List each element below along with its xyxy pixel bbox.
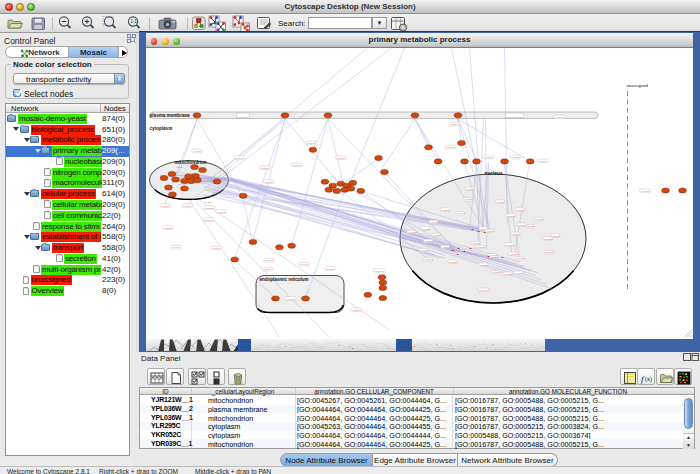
svg-text:Yxx00W: Yxx00W — [485, 230, 495, 233]
svg-text:Yxx00W: Yxx00W — [640, 190, 650, 193]
svg-text:Yxx00W: Yxx00W — [518, 224, 528, 227]
svg-text:Yxx00W: Yxx00W — [545, 251, 555, 254]
svg-text:Yxx00W: Yxx00W — [496, 201, 506, 204]
svg-text:Yxx00W: Yxx00W — [193, 150, 203, 153]
svg-text:Yxx00W: Yxx00W — [299, 263, 309, 266]
svg-text:cytoplasm: cytoplasm — [150, 126, 173, 131]
svg-text:Yxx00W: Yxx00W — [507, 215, 517, 218]
svg-text:Yxx00W: Yxx00W — [472, 242, 482, 245]
svg-text:Yxx00W: Yxx00W — [479, 289, 489, 292]
svg-text:Yxx00W: Yxx00W — [464, 198, 474, 201]
svg-text:Yxx00W: Yxx00W — [488, 254, 498, 257]
svg-text:unassigned: unassigned — [627, 83, 649, 88]
svg-text:Yxx00W: Yxx00W — [555, 116, 565, 119]
svg-text:Yxx00W: Yxx00W — [424, 240, 434, 243]
svg-text:Yxx00W: Yxx00W — [449, 261, 459, 264]
svg-text:Yxx00W: Yxx00W — [420, 249, 430, 252]
svg-text:Yxx00W: Yxx00W — [446, 146, 456, 149]
svg-text:Yxx00W: Yxx00W — [441, 246, 451, 249]
svg-text:Yx00C: Yx00C — [205, 201, 212, 204]
svg-text:Yxx00W: Yxx00W — [465, 188, 475, 191]
svg-text:Yxx00W: Yxx00W — [456, 212, 466, 215]
svg-text:1:1: 1:1 — [131, 19, 138, 24]
svg-text:Yxx00W: Yxx00W — [514, 272, 524, 275]
svg-text:Yxx00W: Yxx00W — [263, 268, 273, 271]
svg-text:Yxx00W: Yxx00W — [479, 264, 489, 267]
svg-text:Yxx00W: Yxx00W — [516, 209, 526, 212]
svg-text:Yxx00W: Yxx00W — [484, 156, 494, 159]
svg-text:Yxx00W: Yxx00W — [306, 142, 316, 145]
svg-text:Yxx00W: Yxx00W — [286, 298, 296, 301]
svg-text:endoplasmic reticulum: endoplasmic reticulum — [260, 277, 309, 282]
svg-text:Yxx00W: Yxx00W — [325, 268, 335, 271]
svg-text:Yx00C: Yx00C — [160, 174, 167, 177]
svg-text:Yx00C: Yx00C — [186, 197, 193, 200]
svg-text:Yxx00W: Yxx00W — [205, 207, 215, 210]
svg-text:Yxx00W: Yxx00W — [265, 259, 275, 262]
svg-text:Yxx00W: Yxx00W — [450, 123, 460, 126]
svg-text:Yxx00W: Yxx00W — [441, 209, 451, 212]
svg-text:Yxx00W: Yxx00W — [171, 246, 181, 249]
svg-text:Yxx00W: Yxx00W — [511, 233, 521, 236]
svg-text:Yxx00W: Yxx00W — [430, 221, 440, 224]
svg-text:Yxx00W: Yxx00W — [544, 238, 554, 241]
svg-text:Yxx00W: Yxx00W — [516, 257, 526, 260]
svg-text:Yxx00W: Yxx00W — [183, 205, 193, 208]
svg-text:Yx00C: Yx00C — [176, 166, 183, 169]
svg-text:Yxx00W: Yxx00W — [336, 157, 346, 160]
svg-text:Yxx00W: Yxx00W — [424, 258, 434, 261]
svg-text:Yx00C: Yx00C — [198, 170, 205, 173]
svg-text:Yxx00W: Yxx00W — [217, 211, 227, 214]
svg-text:Yxx00W: Yxx00W — [538, 160, 548, 163]
svg-text:Yxx00W: Yxx00W — [476, 246, 486, 249]
svg-text:Yxx00W: Yxx00W — [161, 205, 171, 208]
svg-text:Yxx00W: Yxx00W — [535, 218, 545, 221]
svg-text:plasma membrane: plasma membrane — [150, 113, 191, 118]
svg-text:Yxx00W: Yxx00W — [505, 244, 515, 247]
svg-text:(x): (x) — [645, 376, 652, 383]
svg-text:Yxx00W: Yxx00W — [212, 247, 222, 250]
svg-text:Yxx00W: Yxx00W — [264, 181, 274, 184]
svg-text:Yxx00W: Yxx00W — [432, 234, 442, 237]
svg-text:Yxx00W: Yxx00W — [525, 225, 535, 228]
svg-text:Yxx00W: Yxx00W — [205, 219, 215, 222]
svg-text:Yxx00W: Yxx00W — [352, 309, 362, 312]
svg-text:nucleus: nucleus — [485, 171, 503, 176]
svg-text:Yxx00W: Yxx00W — [551, 235, 561, 238]
svg-text:Yxx00W: Yxx00W — [421, 228, 431, 231]
svg-text:Yxx00W: Yxx00W — [511, 156, 521, 159]
svg-text:Yxx00W: Yxx00W — [374, 270, 384, 273]
svg-text:Yxx00W: Yxx00W — [504, 273, 514, 276]
svg-text:Yxx00W: Yxx00W — [508, 253, 518, 256]
svg-text:Yxx00W: Yxx00W — [408, 231, 418, 234]
svg-text:Yxx00W: Yxx00W — [292, 164, 302, 167]
svg-text:mitochondrion: mitochondrion — [175, 160, 207, 165]
svg-text:Yxx00W: Yxx00W — [235, 157, 245, 160]
svg-text:Yxx00W: Yxx00W — [163, 227, 173, 230]
svg-text:Yxx00W: Yxx00W — [491, 271, 501, 274]
svg-text:Yxx00W: Yxx00W — [260, 167, 270, 170]
